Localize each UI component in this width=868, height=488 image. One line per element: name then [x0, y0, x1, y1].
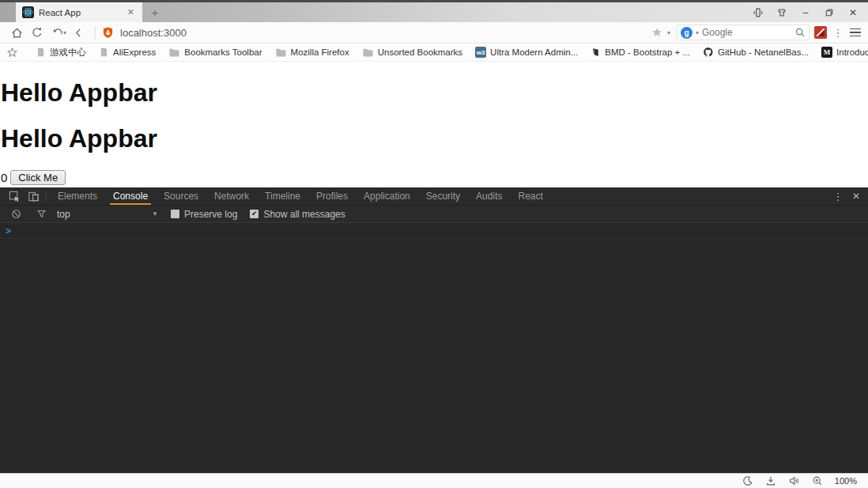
tab-strip: React App ✕ + – ✕ [0, 2, 868, 22]
volume-icon[interactable] [788, 475, 800, 486]
minimize-button[interactable]: – [797, 5, 814, 21]
page-heading-1: Hello Appbar [1, 78, 868, 108]
navbar-divider [95, 26, 96, 39]
overflow-menu-icon[interactable]: ⋮ [832, 27, 844, 39]
devtools-tab-bar: Elements Console Sources Network Timelin… [0, 187, 868, 206]
bookmark-item[interactable]: Mozilla Firefox [270, 47, 354, 58]
tab-title: React App [39, 8, 121, 17]
counter-row: 0 Click Me [1, 170, 868, 185]
google-engine-icon[interactable]: g [681, 27, 693, 39]
bookmark-item[interactable]: Bookmarks Toolbar [164, 47, 266, 58]
tab-strip-spacer [168, 2, 749, 22]
bookmark-item[interactable]: GitHub - NetanelBas... [698, 47, 813, 58]
devtools-tab-react[interactable]: React [510, 187, 550, 205]
bookmark-item[interactable]: BMD - Bootstrap + ... [586, 47, 695, 58]
devtools-tab-security[interactable]: Security [418, 187, 468, 205]
new-tab-button[interactable]: + [142, 2, 168, 22]
bookmarks-bar: 游戏中心 AliExpress Bookmarks Toolbar Mozill… [0, 44, 868, 62]
devtools-tab-profiles[interactable]: Profiles [308, 187, 356, 205]
devtools-tab-network[interactable]: Network [206, 187, 257, 205]
folder-icon [275, 47, 287, 58]
react-favicon-icon [22, 6, 34, 18]
preserve-log-checkbox[interactable]: Preserve log [171, 209, 237, 220]
devtools-right-controls: ⋮ ✕ [832, 187, 863, 205]
zoom-in-icon[interactable] [812, 475, 823, 486]
tab-close-icon[interactable]: ✕ [126, 7, 136, 17]
checkbox-checked-icon[interactable]: ✔ [250, 210, 259, 218]
send-to-phone-icon[interactable] [749, 5, 767, 21]
page-viewport: Hello Appbar Hello Appbar 0 Click Me [0, 62, 868, 187]
devtools-menu-icon[interactable]: ⋮ [832, 191, 844, 202]
site-security-shield-icon[interactable] [102, 26, 114, 39]
folder-icon [362, 47, 374, 58]
reload-icon[interactable] [27, 24, 47, 41]
navbar-right-cluster: ▾ g ▾ ⋮ [647, 24, 862, 41]
folder-icon [168, 47, 180, 58]
bookmark-star-icon[interactable] [647, 24, 667, 41]
console-output-area[interactable]: > [0, 223, 868, 473]
device-toolbar-icon[interactable] [24, 187, 43, 205]
bookmark-label: GitHub - NetanelBas... [718, 47, 809, 57]
devtools-panel: Elements Console Sources Network Timelin… [0, 187, 868, 473]
checkbox-unchecked-icon[interactable] [171, 210, 179, 218]
star-dropdown-caret-icon[interactable]: ▾ [667, 29, 670, 36]
search-box[interactable]: g ▾ [677, 25, 810, 40]
devtools-tab-timeline[interactable]: Timeline [257, 187, 308, 205]
bookmark-item[interactable]: Unsorted Bookmarks [357, 47, 467, 58]
home-icon[interactable] [6, 24, 27, 41]
back-icon[interactable] [68, 24, 89, 41]
skin-theme-icon[interactable] [773, 5, 791, 21]
github-icon [703, 47, 714, 58]
show-all-messages-checkbox[interactable]: ✔ Show all messages [250, 209, 345, 220]
w3schools-icon: w3 [475, 47, 486, 58]
context-label: top [57, 209, 152, 220]
url-text[interactable]: localhost:3000 [120, 27, 187, 39]
show-all-messages-label: Show all messages [263, 209, 345, 220]
bookmark-item[interactable]: M Introduction To Fire... [817, 47, 868, 58]
search-input[interactable] [702, 27, 791, 38]
page-heading-2: Hello Appbar [1, 124, 868, 153]
bookmark-label: AliExpress [113, 47, 156, 57]
inspect-element-icon[interactable] [5, 187, 24, 205]
download-icon[interactable] [765, 475, 776, 486]
execution-context-selector[interactable]: top ▼ [57, 209, 158, 220]
bookmarks-star-outline-icon[interactable] [6, 44, 18, 61]
night-mode-moon-icon[interactable] [742, 475, 753, 486]
browser-window: React App ✕ + – ✕ ▾ [0, 0, 868, 488]
bookmark-item[interactable]: AliExpress [94, 47, 160, 58]
console-prompt-icon[interactable]: > [6, 225, 11, 236]
filter-icon[interactable] [32, 209, 51, 219]
zoom-level-value[interactable]: 100% [835, 476, 857, 486]
bookmark-label: BMD - Bootstrap + ... [605, 47, 690, 57]
clear-console-icon[interactable] [6, 209, 25, 219]
bookmark-item[interactable]: 游戏中心 [31, 47, 91, 59]
extension-icon[interactable] [814, 26, 827, 39]
click-me-button[interactable]: Click Me [10, 170, 66, 185]
devtools-tab-elements[interactable]: Elements [50, 187, 105, 205]
bookmark-label: Introduction To Fire... [836, 47, 868, 57]
menu-hamburger-icon[interactable] [849, 28, 862, 37]
console-prompt-row[interactable]: > [0, 223, 868, 239]
address-bar[interactable]: localhost:3000 [102, 26, 647, 39]
devtools-close-icon[interactable]: ✕ [852, 191, 860, 202]
devtools-tab-audits[interactable]: Audits [468, 187, 510, 205]
page-icon [99, 47, 109, 58]
search-magnifier-icon[interactable] [794, 27, 806, 38]
counter-value: 0 [1, 171, 7, 184]
navigation-bar: ▾ localhost:3000 ▾ g ▾ ⋮ [0, 22, 868, 44]
restore-button[interactable] [821, 5, 838, 21]
engine-dropdown-caret-icon[interactable]: ▾ [696, 29, 699, 36]
status-bar: 100% [0, 473, 868, 488]
browser-tab-react-app[interactable]: React App ✕ [16, 2, 142, 22]
medium-icon: M [821, 47, 832, 58]
bookmark-label: Mozilla Firefox [291, 47, 349, 57]
devtools-tabbar-divider [46, 191, 47, 202]
devtools-tab-application[interactable]: Application [356, 187, 418, 205]
context-dropdown-caret-icon: ▼ [152, 210, 158, 218]
close-window-button[interactable]: ✕ [844, 5, 862, 21]
devtools-tab-console[interactable]: Console [105, 187, 156, 205]
bookmark-item[interactable]: w3 Ultra Modern Admin... [470, 47, 583, 58]
history-dropdown-caret-icon[interactable]: ▾ [63, 29, 66, 36]
devtools-tab-sources[interactable]: Sources [156, 187, 206, 205]
bookmark-label: 游戏中心 [50, 47, 86, 59]
